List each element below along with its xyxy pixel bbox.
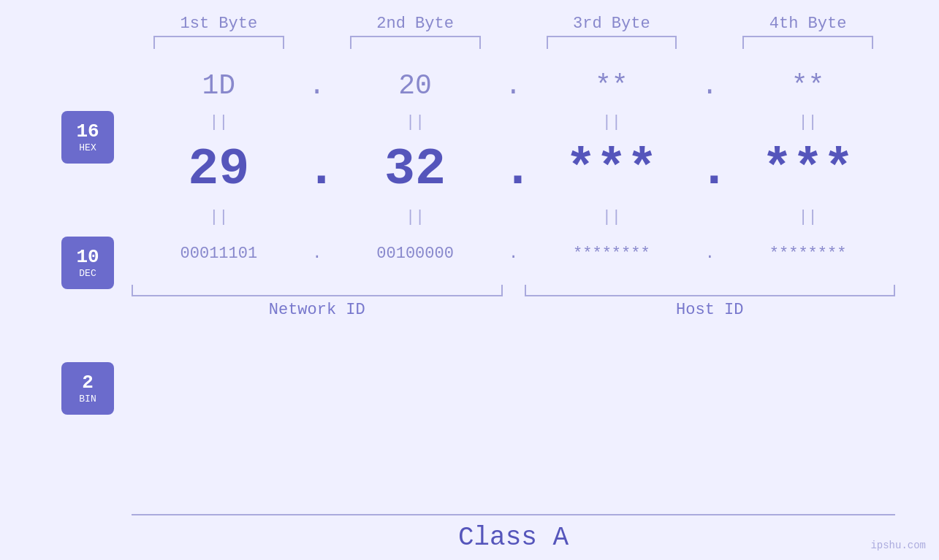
hex-b3: **	[525, 70, 699, 101]
eq2-b2: ||	[328, 208, 503, 226]
host-id-label: Host ID	[676, 301, 743, 319]
dec-b2: 32	[328, 141, 503, 199]
bin-b4: ********	[721, 245, 895, 263]
eq1-b3: ||	[525, 113, 699, 131]
watermark: ipshu.com	[870, 540, 926, 551]
eq1-b2: ||	[328, 113, 503, 131]
dec-dot3: .	[699, 141, 721, 199]
dec-dot2: .	[503, 141, 525, 199]
hex-b4: **	[721, 70, 895, 101]
class-label: Class A	[132, 523, 895, 553]
dec-b4: ***	[721, 141, 895, 199]
bin-dot3: .	[699, 245, 721, 263]
eq1-b1: ||	[132, 113, 306, 131]
bracket-b3	[525, 36, 699, 49]
bracket-b1	[132, 36, 306, 49]
bracket-b4	[721, 36, 895, 49]
bottom-bracket-host	[525, 285, 896, 296]
hex-b2: 20	[328, 70, 503, 101]
bin-dot1: .	[306, 245, 328, 263]
hex-b1: 1D	[132, 70, 306, 101]
dec-badge: 10 DEC	[61, 237, 114, 289]
eq2-b4: ||	[721, 208, 895, 226]
hex-dot3: .	[699, 70, 721, 101]
dec-b1: 29	[132, 141, 306, 199]
bin-dot2: .	[503, 245, 525, 263]
eq2-b1: ||	[132, 208, 306, 226]
hex-dot1: .	[306, 70, 328, 101]
bin-b3: ********	[525, 245, 699, 263]
bin-b1: 00011101	[132, 245, 306, 263]
eq1-b4: ||	[721, 113, 895, 131]
dec-dot1: .	[306, 141, 328, 199]
byte1-header: 1st Byte	[132, 15, 306, 33]
bracket-b2	[328, 36, 503, 49]
bin-b2: 00100000	[328, 245, 503, 263]
bottom-bracket-network	[132, 285, 503, 296]
hex-dot2: .	[503, 70, 525, 101]
network-id-label: Network ID	[269, 301, 365, 319]
byte2-header: 2nd Byte	[328, 15, 503, 33]
bin-badge: 2 BIN	[61, 362, 114, 415]
byte4-header: 4th Byte	[721, 15, 895, 33]
eq2-b3: ||	[525, 208, 699, 226]
dec-b3: ***	[525, 141, 699, 199]
byte3-header: 3rd Byte	[525, 15, 699, 33]
hex-badge: 16 HEX	[61, 111, 114, 164]
